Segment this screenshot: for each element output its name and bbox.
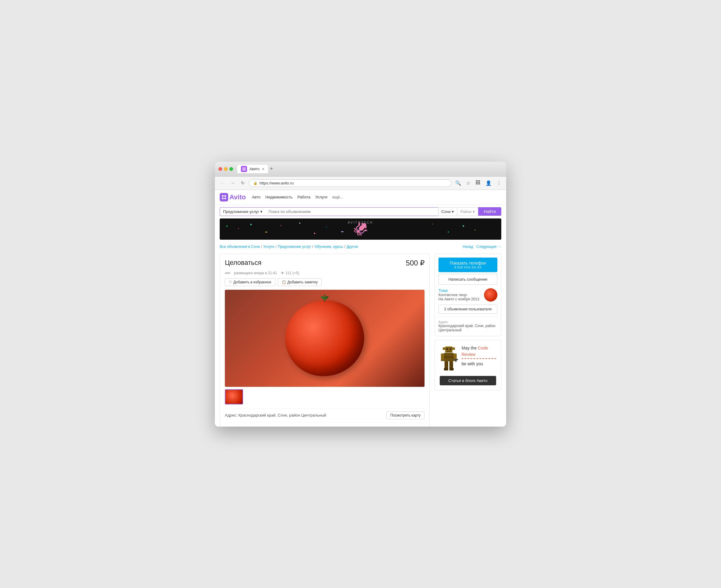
apps-icon[interactable] [474, 178, 482, 188]
avito-header: Avito Авто Недвижимость Работа Услуги ещ… [215, 190, 506, 205]
breadcrumb-other[interactable]: Другое [347, 245, 358, 249]
banner-decorations: AVITOTECH ▲ ● ◆ ▬ ● ▲ ◆ ● ▬ ● ▲ ◆ ● 🦑 [220, 218, 501, 240]
tab-area: Авито × + [237, 165, 502, 173]
posted-time: размещено вчера в 21:41 [234, 271, 277, 275]
ad-inner: May the Code Review be with you [440, 345, 496, 372]
add-note-button[interactable]: 📋 Добавить заметку [277, 278, 322, 286]
svg-point-1 [244, 167, 246, 169]
svg-point-9 [479, 182, 480, 183]
address-section: Адрес Краснодарский край, Сочи, район Це… [438, 317, 497, 332]
nav-services[interactable]: Услуги [315, 195, 327, 200]
lock-icon: 🔒 [253, 181, 258, 185]
tab-favicon [241, 166, 247, 172]
breadcrumb: Все объявления в Сочи / Услуги / Предлож… [215, 242, 506, 251]
main-listing-image [225, 290, 425, 387]
note-icon: 📋 [282, 280, 286, 284]
breadcrumb-all[interactable]: Все объявления в Сочи [220, 245, 260, 249]
city-dropdown[interactable]: Сочи ▾ [438, 207, 457, 216]
new-tab-button[interactable]: + [270, 166, 273, 172]
main-nav: Авто Недвижимость Работа Услуги ещё... [252, 195, 343, 200]
banner-figure: 🦑 [353, 222, 368, 236]
search-button[interactable]: Найти [478, 207, 501, 216]
listing-description: Приглашаются все мальчики подросткового … [225, 426, 425, 426]
user-avatar-placeholder [225, 272, 230, 274]
close-button[interactable] [219, 167, 222, 171]
svg-point-12 [479, 183, 480, 185]
send-message-button[interactable]: Написать сообщение [438, 274, 497, 285]
district-dropdown[interactable]: Район ▾ [457, 207, 478, 216]
svg-rect-27 [441, 359, 444, 361]
chevron-down-icon: ▾ [260, 209, 263, 214]
svg-point-8 [477, 182, 478, 183]
svg-rect-34 [449, 368, 454, 371]
category-dropdown[interactable]: Предложение услуг ▾ [220, 207, 266, 216]
thumbnail-row [225, 389, 425, 404]
svg-rect-31 [445, 361, 448, 369]
listing-title: Целоваться [225, 259, 262, 267]
seller-name[interactable]: Тома [438, 288, 479, 293]
svg-rect-19 [450, 348, 451, 350]
ad-line1: May the Code Review [461, 345, 496, 358]
traffic-lights [219, 167, 233, 171]
page-content: Avito Авто Недвижимость Работа Услуги ещ… [215, 190, 506, 426]
breadcrumb-services[interactable]: Услуги [263, 245, 274, 249]
show-phone-button[interactable]: Показать телефон 8 918 ХХХ-ХХ-ХХ [438, 258, 497, 272]
tab-title: Авито [249, 167, 260, 171]
address-label: Адрес [438, 320, 497, 324]
wookiee-figure [440, 345, 458, 372]
seller-listings-button[interactable]: 2 объявления пользователя [438, 304, 497, 314]
url-bar[interactable]: 🔒 https://www.avito.ru [249, 179, 452, 187]
blog-article-button[interactable]: Статья в блоге Авито [440, 376, 496, 385]
seller-role: Контактное лицо [438, 293, 479, 297]
nav-actions: 🔍 ☆ 👤 ⋮ [454, 178, 502, 188]
svg-point-11 [477, 183, 478, 185]
nav-jobs[interactable]: Работа [297, 195, 310, 200]
svg-point-7 [476, 182, 477, 183]
svg-rect-21 [443, 348, 445, 350]
svg-rect-20 [447, 351, 451, 352]
active-tab[interactable]: Авито × [237, 165, 268, 173]
promo-banner: AVITOTECH ▲ ● ◆ ▬ ● ▲ ◆ ● ▬ ● ▲ ◆ ● 🦑 [220, 218, 501, 240]
svg-rect-18 [446, 348, 448, 350]
maximize-button[interactable] [229, 167, 233, 171]
eye-icon: 👁 [281, 271, 284, 275]
menu-icon[interactable]: ⋮ [495, 179, 502, 187]
nav-auto[interactable]: Авто [252, 195, 260, 200]
svg-point-5 [477, 180, 478, 182]
right-panel: Показать телефон 8 918 ХХХ-ХХ-ХХ Написат… [435, 254, 501, 426]
tab-close-icon[interactable]: × [262, 167, 264, 171]
url-text: https://www.avito.ru [260, 181, 447, 185]
forward-button[interactable]: → [229, 180, 237, 186]
breadcrumb-offer[interactable]: Предложение услуг [277, 245, 311, 249]
search-input[interactable] [269, 209, 435, 214]
svg-rect-24 [444, 357, 454, 358]
reload-button[interactable]: ↻ [239, 180, 246, 186]
minimize-button[interactable] [224, 167, 228, 171]
listing-card: Целоваться 500 ₽ размещено вчера в 21:41… [220, 254, 430, 426]
left-panel: Целоваться 500 ₽ размещено вчера в 21:41… [220, 254, 430, 426]
search-icon[interactable]: 🔍 [454, 179, 462, 187]
avito-logo: Avito [220, 193, 246, 202]
nav-more[interactable]: ещё... [332, 195, 343, 200]
svg-rect-32 [449, 361, 453, 369]
bookmark-icon[interactable]: ☆ [465, 179, 472, 187]
seller-since: На Авито с ноября 2013 [438, 297, 479, 301]
breadcrumb-courses[interactable]: Обучение, курсы [314, 245, 343, 249]
svg-rect-33 [444, 368, 448, 371]
nav-realty[interactable]: Недвижимость [266, 195, 292, 200]
ad-text: May the Code Review be with you [461, 345, 496, 367]
next-listing-link[interactable]: Следующее → [476, 245, 501, 249]
view-map-button[interactable]: Посмотреть карту [386, 412, 425, 419]
browser-window: Авито × + ← → ↻ 🔒 https://www.avito.ru 🔍… [215, 162, 506, 426]
account-icon[interactable]: 👤 [484, 179, 493, 187]
ad-card: May the Code Review be with you Статья в… [435, 340, 501, 391]
tomato-photo [285, 300, 364, 376]
prev-listing-link[interactable]: Назад [463, 245, 473, 249]
thumbnail-1[interactable] [225, 389, 243, 404]
seller-avatar [484, 288, 497, 301]
back-button[interactable]: ← [219, 180, 226, 186]
svg-point-10 [476, 183, 477, 185]
title-bar: Авито × + [215, 162, 506, 176]
listing-meta: размещено вчера в 21:41 👁 111 (+5) [225, 271, 425, 275]
add-favorite-button[interactable]: ♡ Добавить в избранное [225, 278, 275, 286]
